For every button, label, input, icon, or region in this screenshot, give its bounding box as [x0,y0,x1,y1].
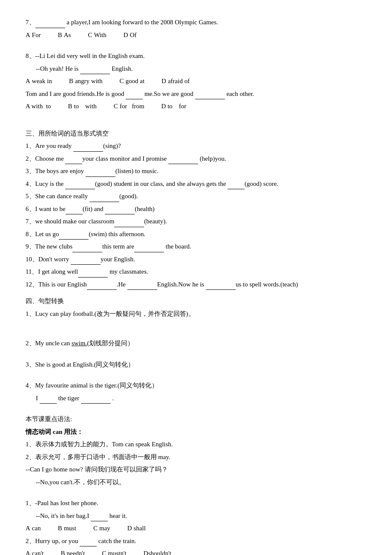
grammar-q1-options: A can B must C may D shall [26,523,366,534]
s4-item1: 1、Lucy can play football.(改为一般疑问句，并作否定回答… [26,309,366,320]
question-8-intro: 8、--Li Lei did very well in the English … [26,51,366,62]
question-7: 7、 a player,I am looking forward to the … [26,17,366,28]
section3-title: 三、用所给词的适当形式填空 [26,128,366,139]
grammar-q2-line1: 2、Hurry up, or you catch the train. [26,536,366,547]
s4-item3-space [26,372,366,380]
gq2-option-d: Dshouldn't [144,548,171,555]
s4-item1-space [26,321,366,338]
grammar-q1-line1: 1、-Paul has lost her phone. [26,498,366,509]
q8-options1: A weak in B angry with C good at D afrai… [26,76,366,87]
grammar-subtitle: 情态动词 can 用法： [26,427,366,438]
q8b-option-c: C for from [114,101,144,112]
s3-item7: 7、we should make our classroom(beauty). [26,216,366,227]
q7-option-d: D Of [124,30,137,41]
s3-item9: 9、The new clubsthis term are the board. [26,241,366,252]
gq1-option-b: B must [58,523,76,534]
s3-item10: 10、Don't worry your English. [26,254,366,265]
s4-item2-space [26,351,366,359]
q7-option-b: B As [58,30,71,41]
s4-item4-answer: I the tiger . [26,393,366,404]
q8-option-b: B angry with [69,76,103,87]
q7-text: 7、 a player,I am looking forward to the … [26,19,218,26]
gq1-option-c: C may [93,523,110,534]
s3-item4: 4、Lucy is the (good) student in our clas… [26,179,366,190]
s3-item1: 1、Are you ready (sing)? [26,141,366,152]
gq1-option-d: D shall [127,523,146,534]
gq1-option-a: A can [26,523,41,534]
grammar-example1: --Can I go home now? 请问我们现在可以回家了吗？ [26,464,366,475]
q8b-option-b: B to with [68,101,97,112]
gq2-option-c: C mustn't [102,548,127,555]
q8-option-c: C good at [120,76,145,87]
section4-title: 四、句型转换 [26,296,366,307]
q7-options: A For B As C With D Of [26,30,366,41]
q8b-option-d: D to for [161,101,187,112]
question-8-line3: Tom and I are good friends.He is good me… [26,89,366,100]
q8-options2: A with to B to with C for from D to for [26,101,366,112]
s3-item12: 12、This is our English.He English.Now he… [26,279,366,290]
s3-item8: 8、Let us go(swim) this afternoon. [26,229,366,240]
q7-option-a: A For [26,30,41,41]
s3-item5: 5、She can dance really (good). [26,191,366,202]
q8-option-a: A weak in [26,76,52,87]
s4-item4: 4、My favourite animal is the tiger.(同义句转… [26,380,366,391]
question-8-line2: --Oh yeah! He is English. [26,64,366,75]
grammar-point2: 2、表示允可，多用于口语中，书面语中一般用 may. [26,452,366,463]
q8b-option-a: A with to [26,101,51,112]
grammar-point1: 1、表示体力或智力上的能力。Tom can speak English. [26,439,366,450]
s4-item2: 2、My uncle can swim.(划线部分提问） [26,338,366,349]
grammar-title: 本节课重点语法: [26,414,366,425]
grammar-q1-line2: --No, it's in her bag.I hear it. [26,511,366,522]
s3-item3: 3、The boys are enjoy (listen) to music. [26,166,366,177]
s4-item3: 3、She is good at English.(同义句转化） [26,359,366,370]
gq2-option-a: A can't [26,548,44,555]
q7-option-c: C With [88,30,106,41]
s3-item6: 6、I want to be(fit) and (health) [26,204,366,215]
q8-option-d: D afraid of [161,76,190,87]
s3-item11: 11、I get along well my classmates. [26,266,366,278]
s3-item2: 2、Choose me your class monitor and I pro… [26,153,366,165]
grammar-example2: --No,you can't.不，你们不可以。 [26,477,366,488]
gq2-option-b: B needn't [61,548,85,555]
grammar-q2-options: A can't B needn't C mustn't Dshouldn't [26,548,366,555]
